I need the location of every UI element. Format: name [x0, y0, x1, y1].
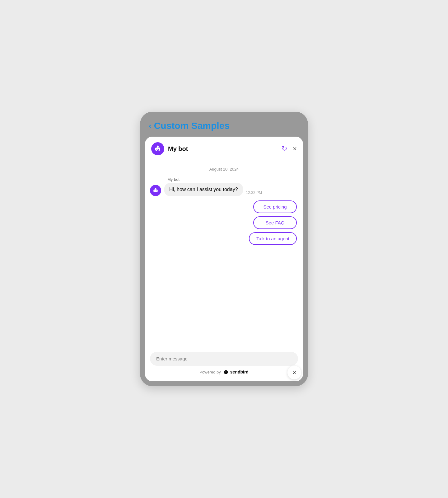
svg-rect-7 — [153, 190, 157, 192]
page-title: Custom Samples — [154, 120, 230, 131]
quick-reply-see-pricing[interactable]: See pricing — [253, 200, 297, 213]
powered-by-label: Powered by — [199, 370, 221, 374]
phone-header: ‹ Custom Samples — [140, 112, 308, 137]
bot-name-header: My bot — [168, 145, 282, 153]
message-bot-icon — [152, 187, 159, 194]
svg-point-15 — [225, 371, 225, 372]
close-chat-button[interactable]: × — [293, 145, 297, 153]
message-time: 12:32 PM — [246, 190, 262, 196]
message-bot-avatar — [150, 185, 161, 196]
quick-reply-talk-to-agent[interactable]: Talk to an agent — [249, 232, 297, 245]
message-row: Hi, how can I assist you today? 12:32 PM — [150, 183, 298, 196]
svg-point-3 — [158, 149, 159, 150]
svg-rect-4 — [157, 150, 159, 151]
chat-footer: Powered by sendbird — [145, 348, 303, 381]
back-button[interactable]: ‹ — [149, 122, 152, 130]
phone-frame: ‹ Custom Samples My bot ↻ × — [140, 112, 308, 386]
sender-label: My bot — [167, 177, 298, 182]
svg-point-6 — [157, 146, 158, 146]
bot-icon — [154, 145, 161, 153]
svg-point-9 — [155, 190, 156, 191]
svg-point-10 — [156, 190, 157, 191]
quick-reply-see-faq[interactable]: See FAQ — [253, 216, 297, 229]
svg-point-13 — [155, 188, 156, 188]
svg-point-14 — [224, 370, 228, 374]
bot-message-bubble: Hi, how can I assist you today? — [164, 183, 243, 196]
quick-replies: See pricing See FAQ Talk to an agent — [150, 200, 298, 245]
chat-body: August 20, 2024 My bot — [145, 161, 303, 348]
date-line-left — [150, 169, 206, 169]
chat-container: My bot ↻ × August 20, 2024 My bot — [145, 137, 303, 381]
svg-rect-0 — [155, 148, 160, 151]
date-divider: August 20, 2024 — [150, 167, 298, 171]
bot-avatar — [151, 142, 164, 155]
date-label: August 20, 2024 — [209, 167, 239, 171]
svg-rect-11 — [155, 192, 156, 192]
sendbird-bird-icon — [223, 369, 229, 375]
powered-by: Powered by sendbird — [150, 366, 298, 379]
sendbird-logo: sendbird — [223, 369, 249, 375]
svg-point-2 — [156, 149, 157, 150]
bottom-close-button[interactable]: × — [287, 366, 301, 379]
chat-header: My bot ↻ × — [145, 137, 303, 161]
sendbird-text: sendbird — [230, 369, 249, 374]
date-line-right — [242, 169, 298, 169]
header-actions: ↻ × — [282, 145, 297, 153]
refresh-button[interactable]: ↻ — [282, 145, 287, 153]
message-input[interactable] — [150, 352, 298, 366]
